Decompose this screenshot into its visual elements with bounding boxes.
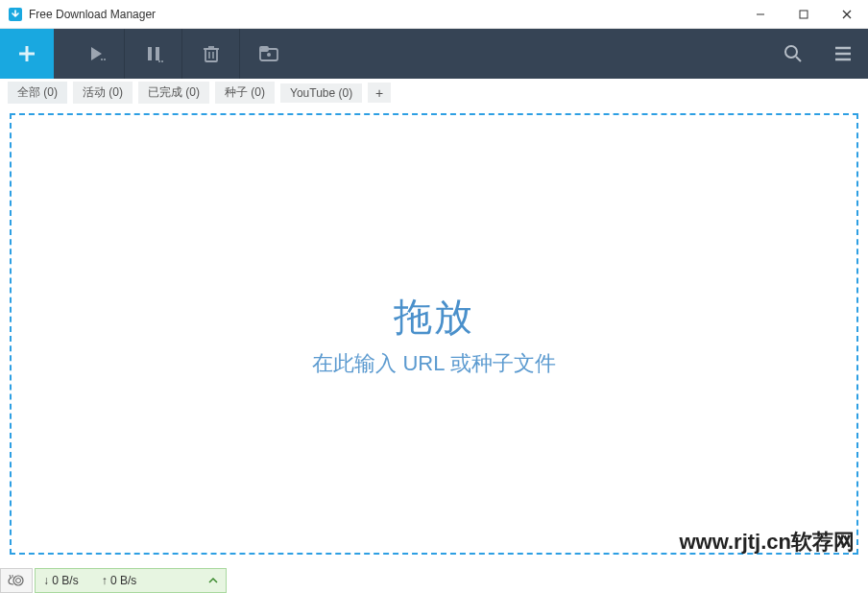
- download-speed: ↓ 0 B/s: [43, 574, 79, 587]
- upload-speed: ↑ 0 B/s: [102, 574, 137, 587]
- folder-icon: [258, 45, 279, 62]
- svg-point-13: [161, 60, 163, 62]
- svg-point-21: [267, 53, 271, 57]
- start-button[interactable]: [67, 29, 125, 79]
- svg-point-9: [104, 59, 106, 60]
- svg-rect-10: [148, 47, 152, 60]
- svg-point-12: [158, 60, 160, 62]
- menu-button[interactable]: [818, 29, 868, 79]
- svg-rect-2: [800, 11, 808, 18]
- svg-line-23: [796, 57, 801, 61]
- drop-zone[interactable]: 拖放 在此输入 URL 或种子文件: [10, 113, 858, 555]
- svg-marker-7: [91, 47, 102, 60]
- speed-limit-button[interactable]: [0, 568, 33, 593]
- search-button[interactable]: [768, 29, 818, 79]
- drop-zone-title: 拖放: [394, 291, 474, 344]
- filter-tab-completed[interactable]: 已完成 (0): [138, 82, 209, 104]
- title-bar: Free Download Manager: [0, 0, 868, 29]
- svg-point-27: [13, 576, 23, 585]
- play-icon: [86, 44, 106, 63]
- main-toolbar: [0, 29, 868, 79]
- close-button[interactable]: [825, 0, 868, 29]
- svg-point-28: [16, 579, 21, 583]
- add-download-button[interactable]: [0, 29, 54, 79]
- plus-icon: [14, 41, 39, 66]
- svg-rect-14: [205, 49, 217, 61]
- chevron-up-icon: [208, 574, 218, 587]
- filter-tab-torrents[interactable]: 种子 (0): [215, 82, 275, 104]
- minimize-button[interactable]: [738, 0, 782, 29]
- hamburger-icon: [832, 43, 854, 64]
- add-filter-button[interactable]: +: [368, 83, 391, 103]
- pause-button[interactable]: [125, 29, 182, 79]
- pause-icon: [144, 44, 163, 63]
- speed-panel[interactable]: ↓ 0 B/s ↑ 0 B/s: [35, 568, 227, 593]
- content-area: 拖放 在此输入 URL 或种子文件: [0, 107, 868, 558]
- window-title: Free Download Manager: [29, 8, 156, 21]
- svg-rect-11: [156, 47, 159, 60]
- filter-tab-active[interactable]: 活动 (0): [73, 82, 133, 104]
- status-bar: ↓ 0 B/s ↑ 0 B/s: [0, 568, 227, 593]
- maximize-button[interactable]: [782, 0, 825, 29]
- svg-line-29: [10, 575, 11, 578]
- trash-icon: [203, 44, 220, 63]
- filter-tab-youtube[interactable]: YouTube (0): [280, 83, 362, 103]
- svg-point-22: [785, 46, 797, 58]
- app-logo-icon: [8, 7, 23, 22]
- svg-point-8: [101, 59, 103, 60]
- search-icon: [783, 43, 804, 64]
- filter-tab-all[interactable]: 全部 (0): [8, 82, 67, 104]
- move-to-folder-button[interactable]: [240, 29, 298, 79]
- filter-bar: 全部 (0) 活动 (0) 已完成 (0) 种子 (0) YouTube (0)…: [0, 79, 868, 107]
- drop-zone-subtitle: 在此输入 URL 或种子文件: [312, 349, 555, 378]
- snail-icon: [7, 573, 26, 588]
- delete-button[interactable]: [182, 29, 240, 79]
